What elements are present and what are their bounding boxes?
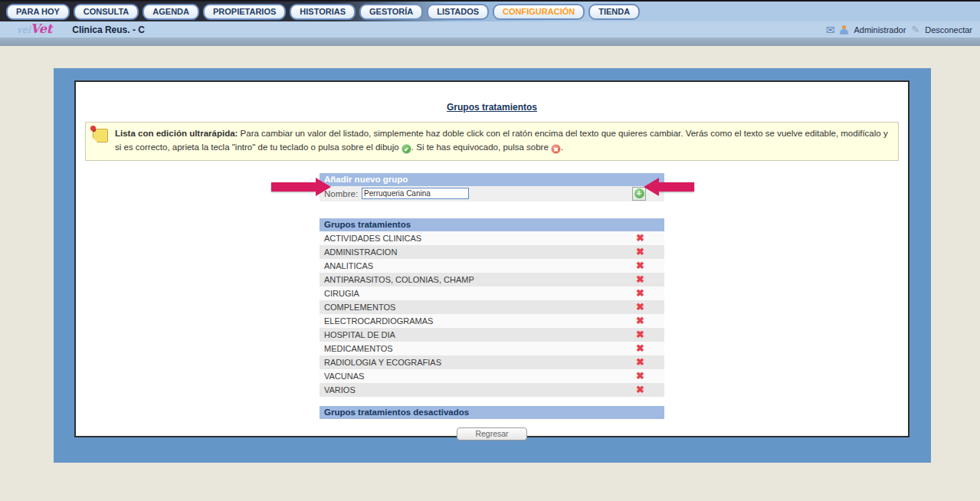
tab-tienda[interactable]: TIENDA — [588, 4, 640, 20]
table-row: ANTIPARASITOS, COLONIAS, CHAMP✖ — [320, 273, 664, 287]
table-row: ELECTROCARDIOGRAMAS✖ — [320, 314, 664, 328]
logo-text-vel: vel — [17, 25, 31, 35]
tab-para-hoy[interactable]: PARA HOY — [6, 4, 70, 20]
group-name[interactable]: HOSPITAL DE DIA — [324, 330, 395, 339]
group-name[interactable]: CIRUGIA — [324, 289, 359, 298]
table-row: ADMINISTRACION✖ — [320, 245, 664, 259]
tab-gestoria[interactable]: GESTORÍA — [359, 4, 423, 20]
info-note: Lista con edición ultrarápida: Para camb… — [85, 122, 899, 161]
tab-consulta[interactable]: CONSULTA — [74, 4, 139, 20]
disabled-groups-header: Grupos tratamientos desactivados — [320, 406, 664, 419]
info-text-3: . — [561, 142, 563, 152]
user-icon — [840, 25, 848, 34]
arrow-body — [271, 182, 316, 192]
button-row: Regresar — [76, 426, 908, 440]
main-tab-bar: PARA HOY CONSULTA AGENDA PROPIETARIOS HI… — [0, 0, 980, 21]
delete-icon[interactable]: ✖ — [636, 343, 644, 353]
page-title[interactable]: Grupos tratamientos — [76, 102, 908, 113]
table-row: VACUNAS✖ — [320, 369, 664, 383]
delete-icon[interactable]: ✖ — [636, 385, 644, 395]
delete-icon[interactable]: ✖ — [636, 329, 644, 339]
clinic-name: Clinica Reus. - C — [72, 25, 145, 35]
tab-agenda[interactable]: AGENDA — [143, 4, 199, 20]
annotation-arrow-left — [271, 178, 331, 196]
delete-icon[interactable]: ✖ — [636, 357, 644, 367]
main-panel: Grupos tratamientos Lista con edición ul… — [74, 80, 910, 437]
table-row: ACTIVIDADES CLINICAS✖ — [320, 231, 664, 245]
delete-icon[interactable]: ✖ — [636, 316, 644, 326]
back-button[interactable]: Regresar — [457, 427, 527, 440]
header-bar: velVet Clinica Reus. - C ✉ Administrador… — [0, 21, 980, 38]
group-name[interactable]: ADMINISTRACION — [324, 247, 397, 257]
tab-listados[interactable]: LISTADOS — [427, 4, 489, 20]
delete-icon[interactable]: ✖ — [636, 274, 644, 284]
user-name-link[interactable]: Administrador — [854, 25, 906, 34]
confirm-icon: ✔ — [402, 144, 411, 154]
logo-text-vet: Vet — [31, 21, 53, 36]
add-icon: + — [634, 188, 644, 198]
group-name[interactable]: VARIOS — [324, 385, 356, 395]
group-name[interactable]: RADIOLOGIA Y ECOGRAFIAS — [324, 358, 441, 367]
table-row: HOSPITAL DE DIA✖ — [320, 328, 664, 342]
tab-propietarios[interactable]: PROPIETARIOS — [203, 4, 286, 20]
delete-icon[interactable]: ✖ — [636, 260, 644, 270]
table-row: COMPLEMENTOS✖ — [320, 300, 664, 314]
table-row: VARIOS✖ — [320, 383, 664, 397]
content-frame: Grupos tratamientos Lista con edición ul… — [54, 68, 931, 463]
pin-icon — [90, 126, 96, 131]
group-name[interactable]: ANTIPARASITOS, COLONIAS, CHAMP — [324, 275, 474, 284]
disconnect-icon: ✎ — [911, 25, 919, 34]
annotation-arrow-right — [644, 178, 694, 196]
delete-icon[interactable]: ✖ — [636, 371, 644, 381]
add-group-row: Nombre: + — [320, 186, 664, 201]
group-name[interactable]: VACUNAS — [324, 372, 364, 381]
delete-icon[interactable]: ✖ — [636, 247, 644, 257]
error-icon: ✖ — [551, 144, 561, 154]
table-row: MEDICAMENTOS✖ — [320, 342, 664, 355]
note-icon — [93, 129, 108, 142]
delete-icon[interactable]: ✖ — [636, 302, 644, 312]
mail-icon[interactable]: ✉ — [826, 25, 835, 34]
group-name[interactable]: COMPLEMENTOS — [324, 303, 395, 312]
disabled-groups-table: Grupos tratamientos desactivados — [320, 406, 664, 419]
header-right-tools: ✉ Administrador ✎ Desconectar — [826, 25, 972, 34]
groups-table: Grupos tratamientos ACTIVIDADES CLINICAS… — [320, 218, 664, 397]
add-group-header: Añadir nuevo grupo — [320, 173, 664, 186]
header-divider-strip — [0, 38, 980, 46]
disconnect-link[interactable]: Desconectar — [925, 25, 972, 34]
table-row: ANALITICAS✖ — [320, 259, 664, 273]
arrow-body — [659, 182, 694, 192]
group-name[interactable]: MEDICAMENTOS — [324, 344, 393, 353]
arrow-head — [316, 178, 331, 196]
table-row: RADIOLOGIA Y ECOGRAFIAS✖ — [320, 355, 664, 369]
group-name-input[interactable] — [362, 188, 469, 199]
group-name[interactable]: ANALITICAS — [324, 261, 373, 270]
arrow-head — [644, 178, 659, 196]
info-bold-label: Lista con edición ultrarápida: — [115, 129, 238, 138]
group-name[interactable]: ACTIVIDADES CLINICAS — [324, 234, 421, 243]
tab-configuracion[interactable]: CONFIGURACIÓN — [493, 4, 585, 20]
groups-table-header: Grupos tratamientos — [320, 218, 664, 231]
tab-historias[interactable]: HISTORIAS — [290, 4, 356, 20]
table-row: CIRUGIA✖ — [320, 287, 664, 300]
page-background: Grupos tratamientos Lista con edición ul… — [0, 46, 980, 501]
delete-icon[interactable]: ✖ — [636, 233, 644, 243]
info-text-2: . Si te has equivocado, pulsa sobre — [411, 142, 551, 152]
delete-icon[interactable]: ✖ — [636, 288, 644, 298]
add-group-form: Añadir nuevo grupo Nombre: + — [320, 173, 664, 201]
app-logo[interactable]: velVet — [17, 22, 52, 37]
group-name[interactable]: ELECTROCARDIOGRAMAS — [324, 316, 433, 326]
